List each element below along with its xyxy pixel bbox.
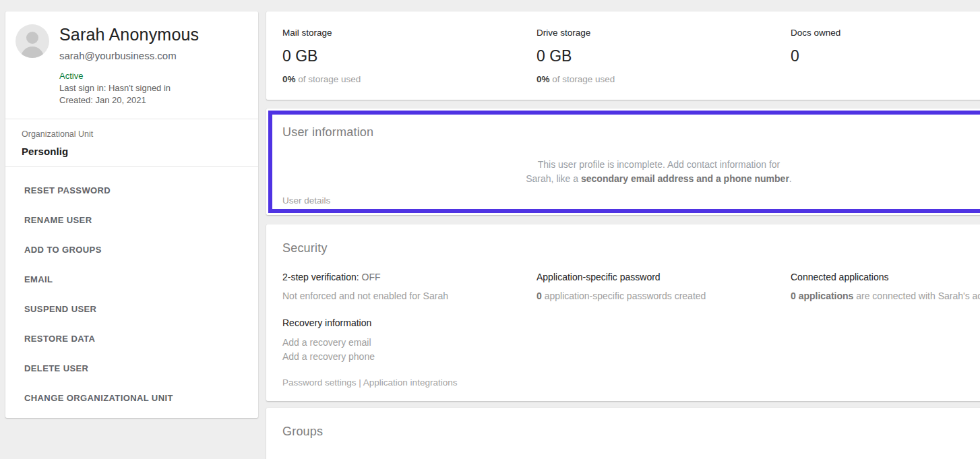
add-recovery-email-link[interactable]: Add a recovery email: [282, 336, 520, 350]
mail-percent-rest: of storage used: [296, 74, 361, 84]
drive-storage-value: 0 GB: [537, 47, 774, 65]
recovery-info-heading: Recovery information: [282, 317, 520, 328]
created-date: Created: Jan 20, 2021: [59, 95, 146, 105]
user-information-title: User information: [282, 125, 373, 140]
message-line1: This user profile is incomplete. Add con…: [538, 159, 780, 170]
user-information-card[interactable]: User information This user profile is in…: [266, 109, 980, 215]
two-step-subtext: Not enforced and not enabled for Sarah: [282, 290, 520, 301]
docs-owned-stat: Docs owned 0: [774, 11, 980, 100]
security-footer-links: Password settings | Application integrat…: [282, 377, 457, 388]
app-password-heading: Application-specific password: [537, 272, 774, 282]
restore-data-button[interactable]: RESTORE DATA: [5, 324, 258, 353]
org-unit-value: Personlig: [22, 146, 68, 157]
two-step-column: 2-step verification: OFF Not enforced an…: [266, 272, 520, 364]
user-summary-card: Sarah Anonymous sarah@yourbusiness.com A…: [5, 11, 258, 418]
footer-separator: |: [357, 377, 363, 388]
incomplete-profile-message: This user profile is incomplete. Add con…: [266, 158, 980, 186]
person-icon-shoulders: [21, 47, 44, 58]
connected-apps-heading: Connected applications: [791, 272, 980, 282]
last-sign-in: Last sign in: Hasn't signed in: [59, 83, 171, 93]
drive-percent-rest: of storage used: [550, 74, 615, 84]
avatar: [16, 24, 49, 58]
mail-percent-bold: 0%: [282, 74, 296, 84]
app-password-count: 0: [537, 290, 542, 301]
change-org-unit-button[interactable]: CHANGE ORGANIZATIONAL UNIT: [5, 383, 258, 412]
status-badge: Active: [59, 71, 83, 81]
connected-apps-subtext: 0 applications are connected with Sarah'…: [791, 290, 980, 301]
add-recovery-phone-link[interactable]: Add a recovery phone: [282, 350, 520, 364]
two-step-status: OFF: [362, 272, 381, 282]
user-details-link[interactable]: User details: [282, 195, 330, 206]
groups-title: Groups: [282, 425, 323, 439]
message-line2-bold: secondary email address and a phone numb…: [581, 173, 789, 184]
docs-owned-label: Docs owned: [791, 28, 980, 38]
two-step-label: 2-step verification:: [282, 272, 362, 282]
mail-storage-stat: Mail storage 0 GB 0% of storage used: [266, 11, 520, 100]
mail-storage-label: Mail storage: [282, 28, 520, 38]
message-line2-prefix: Sarah, like a: [526, 173, 581, 184]
connected-apps-column: Connected applications 0 applications ar…: [774, 272, 980, 364]
org-unit-label: Organizational Unit: [22, 129, 93, 139]
drive-storage-label: Drive storage: [537, 28, 774, 38]
user-name: Sarah Anonymous: [59, 25, 199, 44]
app-password-subtext: 0 application-specific passwords created: [537, 290, 774, 301]
profile-section: Sarah Anonymous sarah@yourbusiness.com A…: [5, 11, 258, 119]
password-settings-link[interactable]: Password settings: [282, 377, 357, 388]
email-button[interactable]: EMAIL: [5, 264, 258, 294]
drive-percent-bold: 0%: [537, 74, 550, 84]
drive-storage-percent: 0% of storage used: [537, 74, 774, 84]
delete-user-button[interactable]: DELETE USER: [5, 353, 258, 383]
security-card[interactable]: Security 2-step verification: OFF Not en…: [266, 224, 980, 401]
recovery-links: Add a recovery email Add a recovery phon…: [282, 336, 520, 364]
org-unit-section: Organizational Unit Personlig: [5, 119, 258, 167]
security-title: Security: [282, 241, 328, 255]
suspend-user-button[interactable]: SUSPEND USER: [5, 294, 258, 324]
application-integrations-link[interactable]: Application integrations: [363, 377, 458, 388]
user-email: sarah@yourbusiness.com: [59, 50, 177, 61]
connected-apps-rest: are connected with Sarah's account: [853, 290, 980, 301]
rename-user-button[interactable]: RENAME USER: [5, 205, 258, 235]
admin-user-detail-page: Sarah Anonymous sarah@yourbusiness.com A…: [0, 0, 980, 459]
two-step-heading: 2-step verification: OFF: [282, 272, 520, 282]
message-line2-suffix: .: [789, 173, 792, 184]
user-actions-menu: RESET PASSWORD RENAME USER ADD TO GROUPS…: [5, 167, 258, 412]
reset-password-button[interactable]: RESET PASSWORD: [5, 175, 258, 205]
app-password-column: Application-specific password 0 applicat…: [520, 272, 774, 364]
storage-stats-card: Mail storage 0 GB 0% of storage used Dri…: [266, 11, 980, 100]
security-grid: 2-step verification: OFF Not enforced an…: [266, 272, 980, 364]
add-to-groups-button[interactable]: ADD TO GROUPS: [5, 235, 258, 264]
docs-owned-value: 0: [791, 47, 980, 65]
groups-card[interactable]: Groups: [266, 408, 980, 459]
connected-apps-count: 0 applications: [791, 290, 853, 301]
person-icon: [26, 32, 38, 44]
drive-storage-stat: Drive storage 0 GB 0% of storage used: [520, 11, 774, 100]
mail-storage-percent: 0% of storage used: [282, 74, 520, 84]
app-password-rest: application-specific passwords created: [542, 290, 706, 301]
mail-storage-value: 0 GB: [282, 47, 520, 65]
